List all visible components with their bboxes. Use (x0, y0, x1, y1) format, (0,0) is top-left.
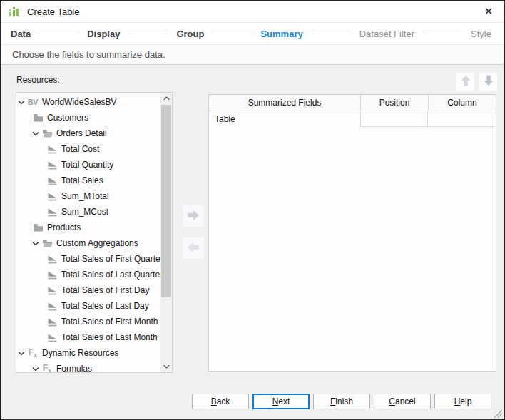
arrow-right-icon (185, 208, 201, 225)
summary-table-header: Summarized FieldsPositionColumn (209, 95, 496, 111)
wizard-subtitle-bar: Choose the fields to summarize data. (1, 44, 504, 65)
tree-item-products[interactable]: Products (16, 220, 160, 235)
bv-icon: BV (27, 98, 39, 106)
remove-field-button[interactable] (183, 237, 204, 259)
tree-item-label: Total Sales of Last Month (61, 332, 158, 342)
summary-field-icon (46, 286, 58, 295)
position-cell[interactable] (360, 111, 428, 127)
wizard-subtitle: Choose the fields to summarize data. (12, 49, 165, 60)
arrow-left-icon (185, 240, 201, 257)
step-connector (128, 34, 168, 34)
title-bar: Create Table ✕ (1, 1, 504, 23)
tree-item-dynamic-resources[interactable]: FxDynamic Resources (16, 345, 160, 361)
tree-scrollbar[interactable] (160, 93, 172, 372)
cancel-button[interactable]: Cancel (374, 394, 431, 409)
tree-item-label: Total Cost (61, 144, 99, 154)
summary-fields-panel: Summarized FieldsPositionColumn Table (208, 94, 496, 372)
step-data[interactable]: Data (11, 29, 31, 39)
tree-item-label: Sum_MTotal (61, 191, 109, 201)
folder-icon (32, 223, 44, 232)
chevron-down-icon[interactable] (18, 100, 25, 105)
column-header-summarized-fields: Summarized Fields (209, 95, 361, 111)
tree-item-total-sales-of-last-quarter[interactable]: Total Sales of Last Quarter (16, 267, 160, 282)
move-up-button[interactable] (456, 73, 474, 91)
create-table-dialog: Create Table ✕ DataDisplayGroupSummaryDa… (0, 0, 505, 420)
summary-field-icon (46, 317, 58, 327)
button-label: Cancel (389, 396, 415, 406)
fx-icon: Fx (41, 363, 53, 372)
tree-item-total-sales-of-first-day[interactable]: Total Sales of First Day (16, 282, 160, 298)
tree-item-label: Total Sales of First Quarter (61, 254, 160, 264)
summary-field-icon (46, 333, 58, 342)
transfer-buttons (183, 205, 204, 259)
chevron-down-icon[interactable] (32, 241, 39, 246)
tree-item-total-sales-of-last-day[interactable]: Total Sales of Last Day (16, 298, 160, 314)
back-button[interactable]: Back (192, 394, 249, 409)
next-button[interactable]: Next (252, 394, 310, 409)
tree-item-label: Orders Detail (56, 128, 107, 138)
button-label: Next (272, 396, 290, 406)
tree-item-total-cost[interactable]: Total Cost (16, 141, 160, 157)
tree-item-worldwidesalesbv[interactable]: BVWorldWideSalesBV (16, 94, 160, 110)
tree-item-label: Products (47, 222, 81, 232)
scrollbar-thumb[interactable] (161, 105, 171, 297)
tree-item-label: Total Quantity (61, 160, 113, 170)
step-connector (312, 34, 351, 34)
tree-item-sum-mtotal[interactable]: Sum_MTotal (16, 188, 160, 204)
folder-open-icon (41, 129, 53, 138)
folder-open-icon (41, 239, 53, 248)
button-label: Finish (330, 396, 353, 406)
fx-icon: Fx (27, 347, 39, 359)
tree-item-formulas[interactable]: FxFormulas (16, 361, 160, 372)
tree-item-total-sales-of-first-quarter[interactable]: Total Sales of First Quarter (16, 251, 160, 267)
tree-item-total-sales[interactable]: Total Sales (16, 173, 160, 188)
chevron-down-icon[interactable] (32, 367, 39, 372)
tree-item-orders-detail[interactable]: Orders Detail (16, 126, 160, 141)
tree-item-label: Formulas (56, 364, 92, 372)
resize-grip-icon[interactable] (494, 409, 503, 418)
summary-field-icon (46, 192, 58, 201)
add-field-button[interactable] (183, 205, 204, 227)
step-style[interactable]: Style (471, 29, 491, 39)
tree-item-total-sales-of-first-month[interactable]: Total Sales of First Month (16, 314, 160, 329)
summary-field-icon (46, 270, 58, 280)
step-display[interactable]: Display (87, 29, 120, 39)
chevron-down-icon[interactable] (18, 351, 25, 356)
close-icon[interactable]: ✕ (480, 3, 497, 20)
tree-item-label: Customers (47, 113, 88, 123)
chevron-down-icon[interactable] (32, 131, 39, 136)
tree-item-customers[interactable]: Customers (16, 110, 160, 126)
help-button[interactable]: Help (434, 394, 491, 409)
move-down-button[interactable] (479, 73, 497, 91)
dialog-buttons: BackNextFinishCancelHelp (1, 394, 504, 409)
resources-label: Resources: (16, 75, 60, 85)
scrollbar-up-icon[interactable] (160, 93, 172, 104)
step-summary[interactable]: Summary (260, 29, 302, 39)
tree-item-label: Dynamic Resources (42, 348, 118, 358)
tree-item-label: Sum_MCost (61, 207, 108, 217)
step-connector (423, 34, 462, 34)
tree-item-custom-aggregations[interactable]: Custom Aggregations (16, 235, 160, 251)
tree-item-label: Total Sales of Last Day (61, 301, 149, 311)
summary-field-icon (46, 255, 58, 264)
arrow-down-icon (481, 73, 496, 90)
dialog-title: Create Table (27, 6, 79, 17)
summarized-field-cell[interactable]: Table (209, 111, 361, 127)
summary-field-icon (46, 302, 58, 311)
summary-field-icon (46, 145, 58, 154)
column-cell[interactable] (428, 111, 495, 127)
tree-item-total-quantity[interactable]: Total Quantity (16, 157, 160, 173)
summary-field-icon (46, 208, 58, 217)
step-connector (213, 34, 252, 34)
step-dataset-filter[interactable]: Dataset Filter (359, 29, 414, 39)
finish-button[interactable]: Finish (313, 394, 370, 409)
summary-field-icon (46, 176, 58, 185)
tree-item-total-sales-of-last-month[interactable]: Total Sales of Last Month (16, 329, 160, 345)
tree-item-label: Total Sales of Last Quarter (61, 270, 160, 280)
step-group[interactable]: Group (176, 29, 204, 39)
summary-table-row[interactable]: Table (209, 111, 496, 127)
tree-item-label: Total Sales of First Month (61, 317, 158, 327)
tree-item-sum-mcost[interactable]: Sum_MCost (16, 204, 160, 220)
scrollbar-down-icon[interactable] (160, 361, 172, 372)
tree-item-label: Total Sales (61, 175, 103, 185)
